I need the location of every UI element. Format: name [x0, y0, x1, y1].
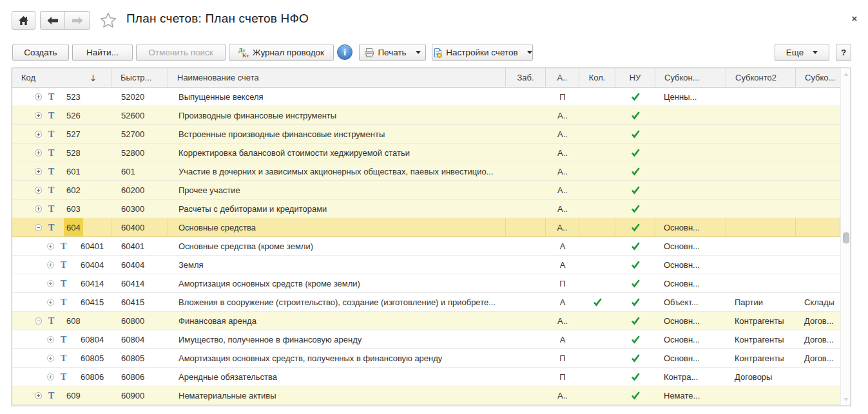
cell-quick[interactable]: 60404 — [111, 256, 168, 274]
cell-code[interactable]: Т526 — [12, 106, 111, 125]
cell-kol[interactable] — [579, 162, 615, 181]
cell-ap[interactable]: А.. — [546, 312, 579, 330]
cell-ap[interactable]: П — [546, 274, 579, 293]
table-row[interactable]: Т60960900Нематериальные активыА..Немате.… — [12, 386, 840, 405]
cell-zab[interactable] — [506, 256, 546, 274]
expand-icon[interactable] — [35, 168, 42, 175]
cell-subconto3[interactable]: Догов... — [796, 349, 840, 368]
print-button[interactable]: Печать — [359, 44, 426, 61]
cell-subconto2[interactable]: Контрагенты — [726, 312, 796, 330]
cell-quick[interactable]: 601 — [111, 162, 168, 181]
help-button[interactable]: ? — [836, 44, 851, 61]
cell-name[interactable]: Расчеты с дебиторами и кредиторами — [168, 200, 506, 218]
cell-zab[interactable] — [506, 125, 546, 144]
cell-code[interactable]: Т60806 — [12, 368, 111, 386]
cell-name[interactable]: Выпущенные векселя — [168, 88, 506, 106]
cell-name[interactable]: Арендные обязательства — [168, 368, 506, 386]
cell-name[interactable]: Прочее участие — [168, 181, 506, 200]
back-button[interactable] — [41, 12, 65, 29]
cell-quick[interactable]: 60414 — [111, 274, 168, 293]
cell-kol[interactable] — [579, 386, 615, 405]
cell-name[interactable]: Корректировка балансовой стоимости хеджи… — [168, 144, 506, 162]
cell-code[interactable]: Т602 — [12, 181, 111, 200]
cell-nu[interactable] — [615, 218, 655, 237]
expand-icon[interactable] — [47, 299, 54, 306]
cell-zab[interactable] — [506, 88, 546, 106]
expand-icon[interactable] — [47, 261, 54, 268]
cell-subconto2[interactable] — [726, 106, 796, 125]
cell-subconto1[interactable] — [655, 125, 726, 144]
cell-quick[interactable]: 52600 — [111, 106, 168, 125]
cell-kol[interactable] — [579, 237, 615, 256]
table-row[interactable]: Т60260200Прочее участиеА.. — [12, 181, 840, 200]
cell-code[interactable]: Т603 — [12, 200, 111, 218]
cell-code[interactable]: Т60805 — [12, 349, 111, 368]
cell-nu[interactable] — [615, 293, 655, 312]
cell-nu[interactable] — [615, 330, 655, 349]
cell-subconto3[interactable] — [796, 88, 840, 106]
cell-subconto3[interactable] — [796, 218, 840, 237]
cell-quick[interactable]: 60800 — [111, 312, 168, 330]
table-row[interactable]: Т601601Участие в дочерних и зависимых ак… — [12, 162, 840, 181]
cell-quick[interactable]: 60401 — [111, 237, 168, 256]
cell-zab[interactable] — [506, 349, 546, 368]
cell-subconto3[interactable] — [796, 144, 840, 162]
cell-nu[interactable] — [615, 386, 655, 405]
cell-zab[interactable] — [506, 218, 546, 237]
info-button[interactable]: i — [337, 44, 352, 60]
cell-kol[interactable] — [579, 218, 615, 237]
cell-name[interactable]: Производные финансовые инструменты — [168, 106, 506, 125]
expand-icon[interactable] — [35, 93, 42, 100]
cell-ap[interactable]: П — [546, 88, 579, 106]
cell-subconto1[interactable] — [655, 106, 726, 125]
cell-quick[interactable]: 52700 — [111, 125, 168, 144]
cell-quick[interactable]: 52800 — [111, 144, 168, 162]
table-row[interactable]: Т6080460804Имущество, полученное в финан… — [12, 330, 840, 349]
cell-subconto1[interactable]: Контра... — [655, 368, 726, 386]
cell-zab[interactable] — [506, 181, 546, 200]
cell-subconto3[interactable] — [796, 200, 840, 218]
column-header-name[interactable]: Наименование счета — [168, 68, 506, 87]
cancel-search-button[interactable]: Отменить поиск — [136, 44, 226, 61]
cell-kol[interactable] — [579, 200, 615, 218]
cell-name[interactable]: Амортизация основных средств, полученных… — [168, 349, 506, 368]
table-row[interactable]: Т6080560805Амортизация основных средств,… — [12, 349, 840, 368]
cell-nu[interactable] — [615, 368, 655, 386]
cell-zab[interactable] — [506, 106, 546, 125]
scroll-down-icon[interactable] — [844, 398, 849, 401]
cell-ap[interactable]: А — [546, 256, 579, 274]
cell-subconto2[interactable] — [726, 200, 796, 218]
cell-subconto2[interactable] — [726, 181, 796, 200]
cell-subconto3[interactable] — [796, 274, 840, 293]
cell-code[interactable]: Т608 — [12, 312, 111, 330]
column-header-nu[interactable]: НУ — [615, 68, 655, 87]
cell-code[interactable]: Т60414 — [12, 274, 111, 293]
create-button[interactable]: Создать — [12, 44, 69, 61]
cell-subconto2[interactable] — [726, 162, 796, 181]
column-header-sub3[interactable]: Субко... — [796, 68, 840, 87]
cell-subconto3[interactable] — [796, 106, 840, 125]
table-row[interactable]: Т60360300Расчеты с дебиторами и кредитор… — [12, 200, 840, 218]
cell-subconto1[interactable] — [655, 144, 726, 162]
cell-subconto1[interactable] — [655, 200, 726, 218]
cell-subconto1[interactable]: Ценны... — [655, 88, 726, 106]
cell-subconto1[interactable] — [655, 162, 726, 181]
column-header-code[interactable]: Код↓ — [12, 68, 111, 87]
cell-code[interactable]: Т528 — [12, 144, 111, 162]
table-row[interactable]: Т52352020Выпущенные векселяПЦенны... — [12, 88, 840, 106]
expand-icon[interactable] — [47, 373, 54, 381]
cell-nu[interactable] — [615, 144, 655, 162]
cell-zab[interactable] — [506, 330, 546, 349]
cell-nu[interactable] — [615, 200, 655, 218]
column-header-sub2[interactable]: Субконто2 — [726, 68, 796, 87]
cell-kol[interactable] — [579, 293, 615, 312]
more-button[interactable]: Еще — [775, 44, 829, 61]
cell-subconto1[interactable]: Основн... — [655, 330, 726, 349]
column-header-sub1[interactable]: Субкон... — [655, 68, 726, 87]
cell-subconto2[interactable] — [726, 125, 796, 144]
cell-ap[interactable]: А.. — [546, 106, 579, 125]
cell-ap[interactable]: А — [546, 293, 579, 312]
table-row[interactable]: Т52752700Встроенные производные финансов… — [12, 125, 840, 144]
expand-icon[interactable] — [35, 392, 42, 399]
cell-nu[interactable] — [615, 106, 655, 125]
